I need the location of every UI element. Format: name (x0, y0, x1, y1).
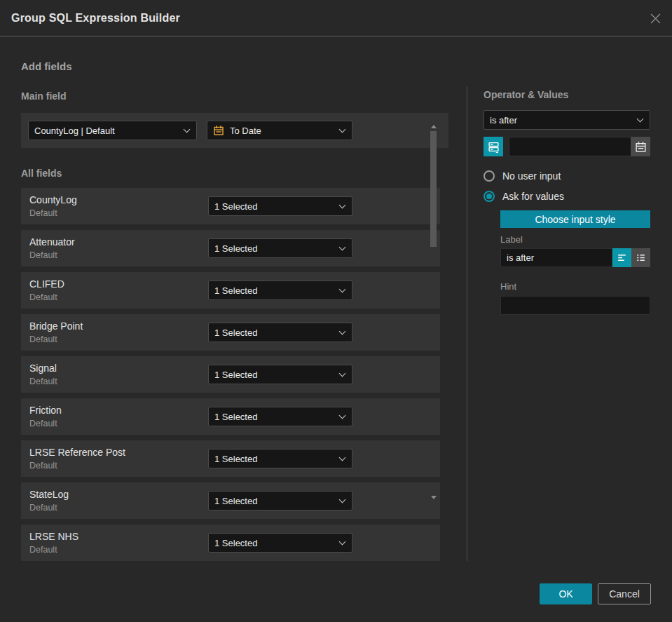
field-selection-select[interactable]: 1 Selected (208, 365, 352, 384)
field-list-item: CountyLog Default 1 Selected (21, 188, 440, 224)
field-selection-select[interactable]: 1 Selected (208, 238, 352, 258)
radio-ask-for-values[interactable]: Ask for values (484, 191, 651, 202)
field-subtitle: Default (29, 334, 208, 344)
field-selection-value: 1 Selected (214, 285, 334, 296)
field-list-item: Attenuator Default 1 Selected (21, 230, 440, 266)
hint-input[interactable] (500, 296, 650, 315)
ok-button[interactable]: OK (540, 583, 592, 604)
align-left-icon (616, 252, 628, 264)
field-selection-value: 1 Selected (214, 243, 334, 254)
chevron-down-icon (637, 116, 644, 123)
field-subtitle: Default (29, 377, 208, 386)
panel-divider (467, 86, 467, 561)
field-selection-select[interactable]: 1 Selected (208, 196, 352, 216)
field-subtitle: Default (29, 208, 208, 218)
chevron-down-icon (339, 126, 346, 133)
cancel-button[interactable]: Cancel (598, 583, 651, 604)
list-style-button[interactable] (631, 248, 650, 267)
chevron-down-icon (339, 454, 346, 461)
group-sql-expression-builder-dialog: Group SQL Expression Builder Add fields … (0, 0, 672, 622)
value-source-button[interactable] (484, 137, 503, 156)
operator-values-heading: Operator & Values (484, 89, 651, 100)
field-selection-value: 1 Selected (214, 454, 334, 464)
operator-select-value: is after (490, 115, 632, 126)
field-subtitle: Default (29, 503, 208, 513)
main-field-select[interactable]: CountyLog | Default (28, 121, 197, 140)
calendar-icon (635, 141, 647, 153)
chevron-down-icon (339, 496, 346, 503)
field-subtitle: Default (29, 545, 208, 555)
all-fields-list: CountyLog Default 1 Selected Attenuator … (21, 188, 440, 561)
field-selection-select[interactable]: 1 Selected (208, 323, 352, 342)
field-selection-select[interactable]: 1 Selected (208, 449, 352, 468)
field-selection-select[interactable]: 1 Selected (208, 407, 352, 426)
all-fields-label: All fields (21, 168, 448, 179)
field-selection-select[interactable]: 1 Selected (208, 280, 352, 300)
field-name: CLIFED (29, 278, 208, 290)
chevron-down-icon (339, 286, 346, 293)
field-selection-select[interactable]: 1 Selected (208, 533, 352, 553)
chevron-down-icon (339, 412, 346, 419)
chevron-down-icon (184, 126, 191, 133)
single-line-style-button[interactable] (612, 248, 631, 267)
dialog-title: Group SQL Expression Builder (11, 12, 180, 25)
calendar-icon (213, 125, 224, 136)
label-field-row (500, 248, 650, 267)
dialog-header: Group SQL Expression Builder (0, 0, 672, 36)
field-list-item: Signal Default 1 Selected (21, 356, 440, 393)
list-icon (635, 252, 647, 264)
field-list-item: LRSE Reference Post Default 1 Selected (21, 440, 440, 477)
radio-icon (484, 191, 495, 202)
field-subtitle: Default (29, 461, 208, 471)
date-value-input[interactable] (509, 137, 631, 156)
field-name: Signal (29, 363, 208, 374)
field-subtitle: Default (29, 292, 208, 302)
field-name: Attenuator (29, 236, 208, 248)
hint-field-label: Hint (500, 281, 650, 292)
radio-no-user-input-label: No user input (502, 170, 561, 182)
field-name: LRSE Reference Post (29, 447, 208, 458)
field-list-item: Bridge Point Default 1 Selected (21, 314, 440, 351)
radio-ask-for-values-label: Ask for values (502, 191, 564, 202)
field-list-item: Friction Default 1 Selected (21, 398, 440, 435)
chevron-down-icon (339, 328, 346, 335)
field-selection-value: 1 Selected (214, 538, 334, 548)
field-list-item: LRSE NHS Default 1 Selected (21, 525, 440, 561)
field-selection-value: 1 Selected (214, 370, 334, 380)
stack-icon (488, 141, 500, 153)
field-selection-value: 1 Selected (214, 201, 334, 212)
date-mode-select[interactable]: To Date (207, 121, 352, 140)
field-name: Friction (29, 405, 208, 416)
scrollbar-thumb[interactable] (430, 131, 437, 247)
scrollbar-down-arrow-icon[interactable] (431, 496, 437, 499)
close-icon[interactable] (647, 10, 664, 27)
radio-icon (484, 170, 495, 182)
scrollbar-up-arrow-icon[interactable] (431, 125, 437, 128)
field-list-scrollbar[interactable] (430, 123, 438, 501)
field-name: StateLog (29, 489, 208, 500)
dialog-footer: OK Cancel (540, 583, 651, 604)
main-field-label: Main field (21, 90, 448, 102)
chevron-down-icon (339, 539, 346, 546)
field-name: Bridge Point (29, 320, 208, 332)
date-mode-select-value: To Date (230, 126, 334, 136)
field-selection-value: 1 Selected (214, 412, 334, 422)
fields-panel: Add fields Main field CountyLog | Defaul… (21, 60, 448, 567)
label-field-label: Label (500, 234, 650, 245)
field-subtitle: Default (29, 419, 208, 428)
date-picker-button[interactable] (631, 137, 650, 156)
chevron-down-icon (339, 370, 346, 377)
field-name: LRSE NHS (29, 531, 208, 542)
input-style-block: Choose input style Label (500, 202, 650, 315)
radio-no-user-input[interactable]: No user input (484, 170, 651, 182)
value-input-row (484, 137, 651, 156)
field-selection-select[interactable]: 1 Selected (208, 491, 352, 511)
operator-values-panel: Operator & Values is after (484, 89, 651, 315)
field-list-item: CLIFED Default 1 Selected (21, 272, 440, 309)
operator-select[interactable]: is after (484, 110, 650, 130)
choose-input-style-button[interactable]: Choose input style (500, 210, 650, 228)
field-name: CountyLog (29, 194, 208, 205)
field-subtitle: Default (29, 250, 208, 260)
main-field-select-value: CountyLog | Default (34, 126, 179, 136)
label-input[interactable] (500, 248, 612, 267)
